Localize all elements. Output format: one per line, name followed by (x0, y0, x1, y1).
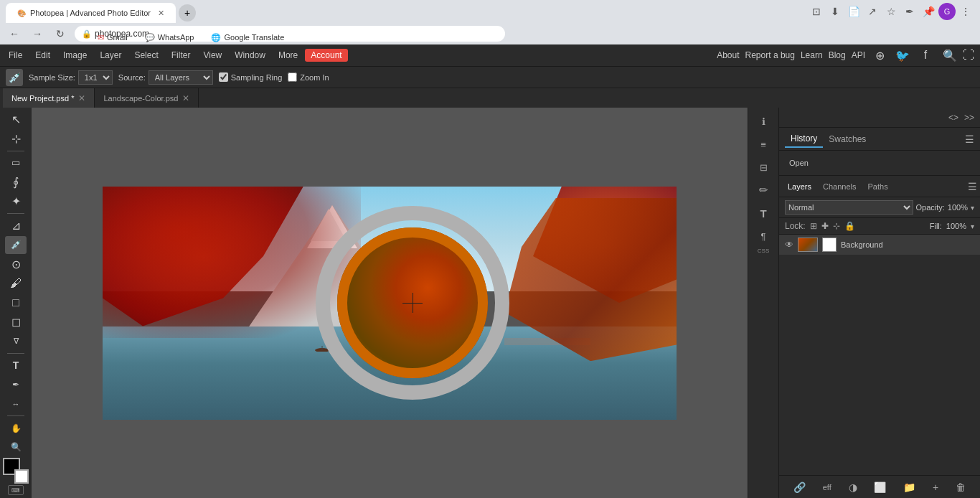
lock-pixel-icon[interactable]: ⊞ (810, 221, 817, 231)
menu-select[interactable]: Select (128, 49, 164, 62)
menu-btn[interactable]: ⋮ (957, 3, 974, 20)
menu-about[interactable]: About (717, 50, 739, 60)
pen-btn[interactable]: ✒ (901, 3, 918, 20)
tab-channels[interactable]: Channels (817, 179, 862, 194)
fill-dropdown-icon[interactable]: ▾ (971, 222, 974, 230)
opacity-dropdown-icon[interactable]: ▾ (971, 204, 974, 212)
tool-heal[interactable]: ⊙ (5, 255, 27, 273)
bookmark-btn[interactable]: ☆ (882, 3, 900, 20)
layer-item-background[interactable]: 👁 Background (779, 235, 980, 255)
bookmark-gmail[interactable]: ✉ Gmail (92, 32, 133, 44)
tab-layers[interactable]: Layers (782, 179, 817, 194)
share-btn[interactable]: ↗ (864, 3, 881, 20)
menu-edit[interactable]: Edit (29, 49, 56, 62)
new-tab-button[interactable]: + (179, 4, 196, 22)
edit-icon[interactable]: ✏ (753, 179, 774, 201)
fullscreen-btn[interactable]: ⛶ (960, 47, 977, 64)
menu-api[interactable]: API (852, 50, 865, 60)
tool-move[interactable]: ↖ (5, 111, 27, 128)
tool-hand[interactable]: ✋ (5, 419, 27, 437)
menu-account[interactable]: Account (305, 49, 347, 62)
menu-more[interactable]: More (273, 49, 303, 62)
delete-layer-btn[interactable]: 🗑 (956, 481, 966, 493)
tool-rect-select[interactable]: ▭ (5, 154, 27, 172)
extension-btn[interactable]: 📌 (920, 3, 937, 20)
tool-zoom[interactable]: 🔍 (5, 438, 27, 456)
tool-pen[interactable]: ✒ (5, 376, 27, 394)
menu-learn[interactable]: Learn (801, 50, 823, 60)
layer-effects-btn[interactable]: eff (823, 483, 831, 492)
tool-gradient[interactable]: ∇ (5, 332, 27, 350)
color-swatches[interactable] (3, 458, 29, 484)
sampling-ring-checkbox[interactable] (219, 72, 228, 82)
sample-size-select[interactable]: 1x1 3x3 5x5 (78, 70, 113, 85)
info-icon[interactable]: ℹ (753, 111, 774, 132)
source-select[interactable]: All Layers Current Layer (149, 70, 213, 85)
tool-stamp[interactable]: □ (5, 293, 27, 311)
download-btn[interactable]: ⬇ (826, 3, 844, 20)
tab-swatches[interactable]: Swatches (823, 131, 872, 147)
lock-all-icon[interactable]: 🔒 (844, 221, 855, 231)
blend-mode-select[interactable]: Normal Multiply Screen Overlay (785, 200, 913, 215)
tool-transform[interactable]: ↔ (5, 395, 27, 413)
menu-file[interactable]: File (3, 49, 28, 62)
eyedropper-tool-active[interactable]: 💉 (6, 69, 23, 86)
minimize-btn[interactable]: ⊡ (808, 3, 825, 20)
back-btn[interactable]: ← (6, 25, 23, 42)
tool-eraser[interactable]: ◻ (5, 313, 27, 331)
history-item-open[interactable]: Open (785, 156, 974, 169)
forward-btn[interactable]: → (29, 25, 46, 42)
tab-history[interactable]: History (785, 131, 823, 148)
lock-move-icon[interactable]: ✚ (821, 221, 829, 231)
new-layer-btn[interactable]: + (933, 481, 938, 493)
menu-layer[interactable]: Layer (94, 49, 127, 62)
text-icon-r[interactable]: T (753, 202, 774, 224)
bookmark-whatsapp[interactable]: 💬 WhatsApp (139, 32, 200, 44)
layers-panel-menu[interactable]: ☰ (968, 181, 977, 192)
refresh-btn[interactable]: ↻ (52, 25, 69, 42)
menu-view[interactable]: View (197, 49, 227, 62)
paragraph-icon[interactable]: ¶ (753, 225, 774, 247)
panel-collapse-btn[interactable]: <> (946, 111, 961, 124)
curves-icon[interactable]: ⊟ (753, 156, 774, 178)
tab-paths[interactable]: Paths (862, 179, 894, 194)
menu-window[interactable]: Window (229, 49, 271, 62)
group-layers-btn[interactable]: 📁 (903, 481, 915, 493)
background-color[interactable] (14, 469, 29, 484)
tool-brush[interactable]: 🖌 (5, 275, 27, 293)
panel-expand-btn[interactable]: >> (961, 111, 977, 124)
adjust-icon[interactable]: ≡ (753, 133, 774, 155)
tab-close-icon[interactable]: ✕ (158, 9, 164, 18)
menu-filter[interactable]: Filter (166, 49, 197, 62)
css-label-group[interactable]: CSS (758, 248, 769, 254)
facebook-icon[interactable]: f (917, 47, 934, 64)
lock-artboard-icon[interactable]: ⊹ (833, 221, 840, 231)
browser-tab[interactable]: 🎨 Photopea | Advanced Photo Editor ✕ (6, 3, 176, 23)
tab-landscape-close[interactable]: ✕ (182, 93, 189, 103)
profile-btn[interactable]: G (938, 3, 956, 20)
document-btn[interactable]: 📄 (845, 3, 862, 20)
bookmark-translate[interactable]: 🌐 Google Translate (205, 32, 290, 44)
tool-magic-wand[interactable]: ✦ (5, 192, 27, 210)
tab-landscape[interactable]: Landscape-Color.psd ✕ (95, 88, 199, 108)
menu-report-bug[interactable]: Report a bug (745, 50, 795, 60)
history-panel-menu[interactable]: ☰ (965, 133, 974, 145)
twitter-icon[interactable]: 🐦 (894, 47, 911, 64)
tool-lasso[interactable]: ∮ (5, 173, 27, 191)
reddit-icon[interactable]: ⊕ (871, 47, 888, 64)
menu-image[interactable]: Image (57, 49, 93, 62)
tool-text[interactable]: T (5, 357, 27, 375)
tool-select-artboard[interactable]: ⊹ (5, 130, 27, 148)
menu-blog[interactable]: Blog (829, 50, 846, 60)
zoom-in-checkbox[interactable] (288, 72, 297, 82)
keyboard-shortcut-icon[interactable]: ⌨ (8, 485, 24, 495)
tab-new-project[interactable]: New Project.psd * ✕ (3, 88, 95, 108)
tool-crop[interactable]: ⊿ (5, 217, 27, 235)
link-layers-btn[interactable]: 🔗 (793, 481, 806, 493)
search-btn[interactable]: 🔍 (941, 47, 958, 64)
tool-eyedropper[interactable]: 💉 (5, 236, 27, 254)
tab-new-project-close[interactable]: ✕ (78, 93, 85, 103)
canvas-image[interactable]: #c2750b RGB 194,117,11 (103, 187, 677, 420)
layer-visibility-icon[interactable]: 👁 (785, 240, 793, 250)
layer-mask-btn[interactable]: ◑ (849, 481, 857, 493)
